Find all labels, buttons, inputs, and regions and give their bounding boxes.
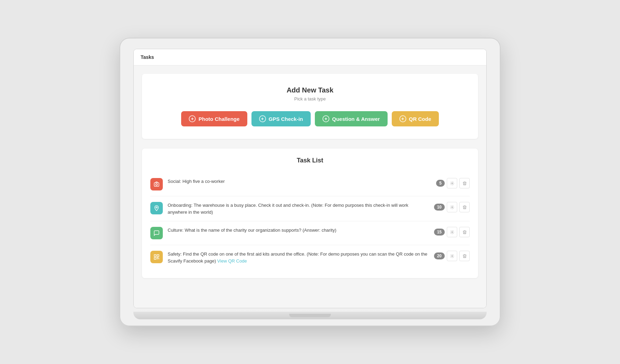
laptop-screen: Tasks Add New Task Pick a task type + Ph… <box>133 49 487 308</box>
task-buttons-container: + Photo Challenge + GPS Check-in + Quest… <box>150 111 470 126</box>
task-settings-button-1[interactable] <box>447 178 457 188</box>
task-actions-2: 10 <box>434 202 470 212</box>
task-delete-button-4[interactable] <box>459 251 470 261</box>
table-row: Onboarding: The warehouse is a busy plac… <box>150 196 470 221</box>
svg-rect-0 <box>154 183 159 187</box>
question-answer-button[interactable]: + Question & Answer <box>315 111 388 126</box>
svg-rect-7 <box>157 255 159 256</box>
task-points-4: 20 <box>434 252 445 259</box>
page-header: Tasks <box>134 49 486 65</box>
photo-challenge-icon: + <box>189 115 196 122</box>
task-list-section: Task List Social: High five a co-worker … <box>142 149 478 278</box>
question-answer-icon: + <box>322 115 329 122</box>
svg-point-9 <box>451 255 452 256</box>
photo-challenge-button[interactable]: + Photo Challenge <box>181 111 247 126</box>
task-list-title: Task List <box>150 157 470 164</box>
svg-point-2 <box>451 183 452 184</box>
task-delete-button-2[interactable] <box>459 202 470 212</box>
qr-code-label: QR Code <box>409 116 431 122</box>
task-actions-1: 5 <box>436 178 470 188</box>
qr-code-icon: + <box>399 115 406 122</box>
svg-point-3 <box>156 207 157 208</box>
task-delete-button-3[interactable] <box>459 227 470 237</box>
gps-checkin-icon: + <box>259 115 266 122</box>
photo-challenge-label: Photo Challenge <box>198 116 239 122</box>
task-icon-gps <box>150 202 163 214</box>
gps-checkin-button[interactable]: + GPS Check-in <box>251 111 311 126</box>
table-row: Culture: What is the name of the charity… <box>150 221 470 245</box>
question-answer-label: Question & Answer <box>332 116 380 122</box>
view-qr-link[interactable]: View QR Code <box>217 258 247 264</box>
task-text-2: Onboarding: The warehouse is a busy plac… <box>168 202 429 215</box>
svg-point-1 <box>156 184 157 185</box>
task-settings-button-4[interactable] <box>447 251 457 261</box>
laptop-frame: Tasks Add New Task Pick a task type + Ph… <box>119 38 501 326</box>
page-title: Tasks <box>141 54 154 60</box>
add-task-card: Add New Task Pick a task type + Photo Ch… <box>142 74 478 139</box>
task-text-4: Safety: Find the QR code on one of the f… <box>168 251 429 264</box>
svg-point-4 <box>451 206 452 207</box>
task-points-2: 10 <box>434 204 445 211</box>
task-text-3: Culture: What is the name of the charity… <box>168 227 429 234</box>
table-row: Social: High five a co-worker 5 <box>150 172 470 196</box>
svg-rect-8 <box>154 258 156 259</box>
gps-checkin-label: GPS Check-in <box>269 116 303 122</box>
task-actions-4: 20 <box>434 251 470 261</box>
table-row: Safety: Find the QR code on one of the f… <box>150 245 470 270</box>
task-text-1: Social: High five a co-worker <box>168 178 431 185</box>
page-content: Add New Task Pick a task type + Photo Ch… <box>134 65 486 308</box>
task-points-3: 15 <box>434 229 445 236</box>
qr-code-button[interactable]: + QR Code <box>392 111 439 126</box>
svg-point-5 <box>451 231 452 232</box>
add-task-subtitle: Pick a task type <box>150 96 470 101</box>
add-task-title: Add New Task <box>150 86 470 94</box>
task-settings-button-3[interactable] <box>447 227 457 237</box>
laptop-notch <box>289 314 331 317</box>
svg-rect-6 <box>154 255 156 256</box>
task-icon-photo <box>150 178 163 190</box>
task-points-1: 5 <box>436 180 445 187</box>
task-actions-3: 15 <box>434 227 470 237</box>
task-icon-qa <box>150 227 163 239</box>
laptop-base <box>133 312 487 319</box>
task-settings-button-2[interactable] <box>447 202 457 212</box>
task-delete-button-1[interactable] <box>459 178 470 188</box>
task-icon-qr <box>150 251 163 263</box>
